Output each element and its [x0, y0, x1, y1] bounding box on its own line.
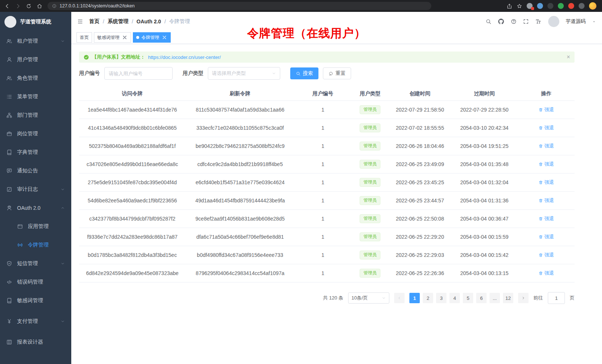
- alert-close-icon[interactable]: ×: [567, 54, 570, 60]
- user-name[interactable]: 芋道源码: [566, 18, 586, 25]
- sidebar-item[interactable]: 角色管理: [0, 69, 71, 87]
- browser-profile-avatar[interactable]: [589, 2, 596, 10]
- force-logout-label: 强退: [544, 197, 554, 204]
- next-page-button[interactable]: [518, 293, 529, 303]
- share-icon[interactable]: [507, 3, 512, 9]
- access-token-cell: c347026e805e4d99b0d116eae66eda8c: [79, 155, 186, 173]
- close-icon[interactable]: [122, 34, 128, 40]
- reload-icon[interactable]: [26, 3, 32, 9]
- force-logout-button[interactable]: 强退: [539, 106, 554, 113]
- users-icon: [6, 38, 12, 44]
- user-type-badge: 管理员: [360, 269, 380, 278]
- extension-icon[interactable]: [537, 3, 543, 9]
- user-id-input[interactable]: [104, 67, 173, 80]
- page-ellipsis[interactable]: ...: [490, 293, 500, 303]
- page-button[interactable]: 4: [449, 293, 460, 303]
- chevron-down-icon: [272, 71, 276, 76]
- force-logout-button[interactable]: 强退: [539, 143, 554, 149]
- search-button[interactable]: 搜索: [290, 67, 318, 79]
- prev-page-button[interactable]: [394, 293, 405, 303]
- tab[interactable]: 首页: [76, 32, 92, 43]
- access-token-cell: c342377bf8b344799dcbf7bf095287f2: [79, 210, 186, 228]
- list-icon: [6, 94, 12, 100]
- sidebar-item[interactable]: 令牌管理: [0, 236, 71, 254]
- sidebar-item[interactable]: 报表设计器: [0, 333, 71, 351]
- sidebar-item[interactable]: 审计日志: [0, 180, 71, 199]
- user-icon: [6, 57, 12, 63]
- sidebar-item[interactable]: OAuth 2.0: [0, 199, 71, 217]
- sidebar-item[interactable]: 菜单管理: [0, 87, 71, 106]
- sidebar-item[interactable]: 短信管理: [0, 254, 71, 273]
- extension-icon[interactable]: [558, 3, 564, 9]
- page-button[interactable]: 1: [409, 293, 420, 303]
- search-icon[interactable]: [485, 19, 491, 24]
- page-button[interactable]: 2: [423, 293, 433, 303]
- sidebar-item[interactable]: 用户管理: [0, 50, 71, 69]
- tab[interactable]: 敏感词管理: [94, 32, 131, 43]
- sidebar-item[interactable]: 字典管理: [0, 143, 71, 162]
- sidebar-item[interactable]: 租户管理: [0, 32, 71, 50]
- user-type-badge: 管理员: [360, 251, 380, 259]
- user-id-cell: 1: [295, 119, 351, 137]
- force-logout-button[interactable]: 强退: [539, 234, 554, 240]
- page-button[interactable]: 12: [503, 293, 513, 303]
- page-size-select[interactable]: 10条/页: [348, 292, 389, 304]
- help-icon[interactable]: [511, 19, 517, 24]
- log-icon: [6, 186, 12, 192]
- breadcrumb-item[interactable]: OAuth 2.0: [137, 19, 161, 24]
- sidebar-item[interactable]: 通知公告: [0, 162, 71, 180]
- expire-time-cell: 2054-03-04 01:35:48: [451, 155, 518, 173]
- app-logo[interactable]: 芋道管理系统: [0, 12, 71, 32]
- page-button[interactable]: 5: [463, 293, 473, 303]
- sidebar-item[interactable]: 应用管理: [0, 217, 71, 236]
- user-type-badge: 管理员: [360, 232, 380, 241]
- force-logout-button[interactable]: 强退: [539, 215, 554, 222]
- force-logout-button[interactable]: 强退: [539, 179, 554, 186]
- close-icon[interactable]: [161, 34, 167, 40]
- sidebar-item[interactable]: 错误码管理: [0, 273, 71, 291]
- sidebar-item-label: 岗位管理: [17, 130, 38, 137]
- forward-icon[interactable]: [15, 3, 21, 9]
- extension-icon[interactable]: [547, 3, 553, 9]
- chevron-down-icon: [60, 261, 65, 266]
- sidebar-item[interactable]: 敏感词管理: [0, 291, 71, 310]
- force-logout-button[interactable]: 强退: [539, 161, 554, 168]
- breadcrumb-item[interactable]: 系统管理: [108, 18, 128, 25]
- force-logout-button[interactable]: 强退: [539, 270, 554, 277]
- chevron-left-icon: [397, 296, 402, 300]
- hamburger-icon[interactable]: [77, 19, 83, 24]
- create-time-cell: 2022-06-25 22:29:03: [389, 246, 451, 264]
- fullscreen-icon[interactable]: [523, 19, 529, 24]
- font-size-icon[interactable]: [535, 19, 541, 24]
- address-bar[interactable]: 127.0.0.1:1024/system/oauth2/token: [48, 2, 431, 10]
- user-id-cell: 1: [295, 137, 351, 155]
- user-type-select[interactable]: 请选择用户类型: [208, 67, 280, 80]
- reset-button[interactable]: 重置: [323, 67, 351, 79]
- sidebar-item-label: 错误码管理: [17, 279, 43, 285]
- home-icon[interactable]: [37, 3, 42, 9]
- extension-icon[interactable]: [527, 3, 533, 9]
- force-logout-button[interactable]: 强退: [539, 252, 554, 258]
- delete-icon: [539, 162, 543, 166]
- bookmark-star-icon[interactable]: [517, 3, 522, 9]
- extension-icon[interactable]: [579, 3, 585, 9]
- force-logout-button[interactable]: 强退: [539, 125, 554, 131]
- create-time-cell: 2022-06-25 22:29:20: [389, 228, 451, 246]
- user-avatar[interactable]: [548, 16, 559, 27]
- breadcrumb-item[interactable]: 首页: [89, 18, 99, 25]
- badge-icon: [6, 131, 12, 137]
- tab[interactable]: 令牌管理: [133, 32, 171, 43]
- sidebar-item[interactable]: 部门管理: [0, 106, 71, 125]
- extension-badge: [531, 7, 534, 10]
- sidebar-item[interactable]: 支付管理: [0, 312, 71, 331]
- extension-icon[interactable]: [568, 3, 574, 9]
- back-icon[interactable]: [4, 3, 10, 9]
- table-row: 6d842e2924594de9a09e45e087323abe8796295f…: [79, 264, 575, 282]
- page-button[interactable]: 6: [476, 293, 487, 303]
- alert-link[interactable]: https://doc.iocoder.cn/user-center/: [148, 54, 221, 60]
- goto-page-input[interactable]: [548, 292, 565, 304]
- force-logout-button[interactable]: 强退: [539, 197, 554, 204]
- github-icon[interactable]: [498, 18, 504, 25]
- sidebar-item[interactable]: 岗位管理: [0, 125, 71, 143]
- page-button[interactable]: 3: [436, 293, 446, 303]
